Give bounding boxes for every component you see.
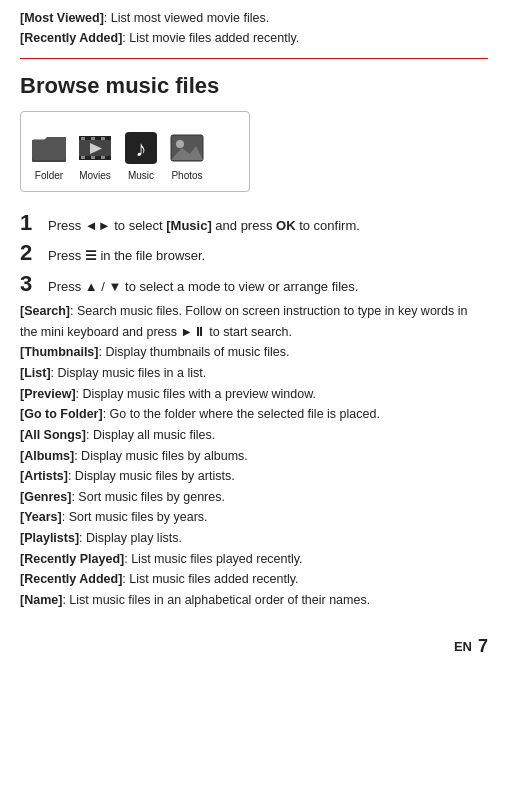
step-1: 1 Press ◄► to select [Music] and press O… <box>20 210 488 236</box>
movies-label: Movies <box>79 170 111 181</box>
top-line1: [Most Viewed]: List most viewed movie fi… <box>20 8 488 28</box>
step-3-text: Press ▲ / ▼ to select a mode to view or … <box>48 277 358 297</box>
desc-recently-played: [Recently Played]: List music files play… <box>20 549 488 570</box>
svg-rect-2 <box>32 140 66 160</box>
music-label: Music <box>128 170 154 181</box>
desc-go-to-folder: [Go to Folder]: Go to the folder where t… <box>20 404 488 425</box>
svg-text:♪: ♪ <box>136 136 147 161</box>
desc-preview: [Preview]: Display music files with a pr… <box>20 384 488 405</box>
footer-page: 7 <box>478 636 488 657</box>
svg-rect-8 <box>101 137 105 140</box>
desc-recently-added: [Recently Added]: List music files added… <box>20 569 488 590</box>
movies-icon <box>77 130 113 166</box>
icon-item-movies: Movies <box>77 130 113 181</box>
icon-item-photos: Photos <box>169 130 205 181</box>
icon-box: Folder <box>20 111 250 192</box>
svg-rect-10 <box>91 156 95 159</box>
top-line2: [Recently Added]: List movie files added… <box>20 28 488 48</box>
desc-albums: [Albums]: Display music files by albums. <box>20 446 488 467</box>
browse-title: Browse music files <box>20 73 488 99</box>
browse-section: Browse music files Folder <box>0 59 508 192</box>
photos-label: Photos <box>171 170 202 181</box>
step-2-number: 2 <box>20 240 48 266</box>
svg-rect-9 <box>81 156 85 159</box>
steps-section: 1 Press ◄► to select [Music] and press O… <box>0 210 508 297</box>
icon-row: Folder <box>31 130 239 181</box>
step-1-number: 1 <box>20 210 48 236</box>
icon-item-folder: Folder <box>31 130 67 181</box>
step-3: 3 Press ▲ / ▼ to select a mode to view o… <box>20 271 488 297</box>
step-2-text: Press ☰ in the file browser. <box>48 246 205 266</box>
desc-playlists: [Playlists]: Display play lists. <box>20 528 488 549</box>
icon-item-music: ♪ Music <box>123 130 159 181</box>
svg-point-17 <box>176 140 184 148</box>
folder-icon <box>31 130 67 166</box>
footer-lang: EN <box>454 639 472 654</box>
desc-list: [List]: Display music files in a list. <box>20 363 488 384</box>
step-1-text: Press ◄► to select [Music] and press OK … <box>48 216 360 236</box>
step-2: 2 Press ☰ in the file browser. <box>20 240 488 266</box>
top-section: [Most Viewed]: List most viewed movie fi… <box>0 0 508 58</box>
step-3-number: 3 <box>20 271 48 297</box>
svg-rect-11 <box>101 156 105 159</box>
desc-all-songs: [All Songs]: Display all music files. <box>20 425 488 446</box>
descriptions-block: [Search]: Search music files. Follow on … <box>0 301 508 610</box>
desc-genres: [Genres]: Sort music files by genres. <box>20 487 488 508</box>
desc-thumbnails: [Thumbnails]: Display thumbnails of musi… <box>20 342 488 363</box>
svg-rect-7 <box>91 137 95 140</box>
desc-search: [Search]: Search music files. Follow on … <box>20 301 488 342</box>
music-icon: ♪ <box>123 130 159 166</box>
photos-icon <box>169 130 205 166</box>
desc-name: [Name]: List music files in an alphabeti… <box>20 590 488 611</box>
folder-label: Folder <box>35 170 63 181</box>
desc-years: [Years]: Sort music files by years. <box>20 507 488 528</box>
footer: EN 7 <box>454 636 488 657</box>
footer-spacer: EN 7 <box>0 631 508 671</box>
svg-rect-6 <box>81 137 85 140</box>
desc-artists: [Artists]: Display music files by artist… <box>20 466 488 487</box>
